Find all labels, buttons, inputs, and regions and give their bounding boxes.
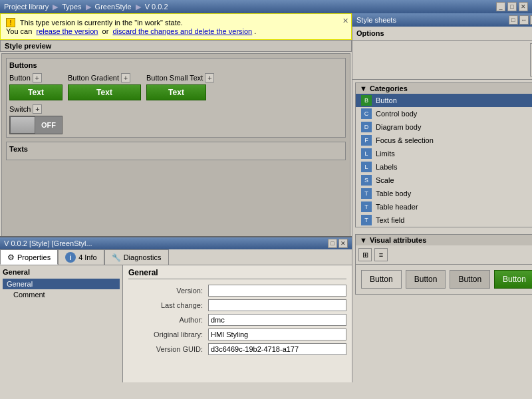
category-focus-selection[interactable]: F Focus & selection [356,134,532,147]
form-header: General [128,268,346,279]
form-row-lastchange: Last change: [128,299,346,311]
discard-version-link[interactable]: discard the changes and delete the versi… [112,27,252,35]
category-limits-icon: L [361,148,372,159]
category-text-field-label: Text field [376,216,404,224]
breadcrumb-version: V 0.0.2 [145,3,168,11]
warning-icon: ! [6,18,15,27]
breadcrumb-project[interactable]: Project library [4,3,49,11]
minimize-button[interactable]: _ [496,2,505,11]
switch-label: Switch [9,105,31,113]
preview-content: Buttons Button + Text Button Gradient [1,53,350,236]
button-group-plain: Button + Text [9,73,63,100]
category-labels-label: Labels [376,163,397,171]
tab-properties[interactable]: ⚙ Properties [0,249,58,265]
tab-info[interactable]: i 4 Info [58,249,104,265]
nav-item-comment[interactable]: Comment [3,289,120,300]
lastchange-input[interactable] [208,299,346,311]
switch-add[interactable]: + [33,104,42,114]
visual-attrs-title: Visual attributes [370,236,426,244]
nav-item-general[interactable]: General [3,279,120,289]
maximize-button[interactable]: □ [507,2,517,11]
category-control-body[interactable]: C Control body [356,107,532,120]
library-label: Original library: [128,331,208,338]
right-float-button[interactable]: ↔ [519,15,529,25]
button-plain-add[interactable]: + [33,73,42,82]
tab-diagnostics[interactable]: 🔧 Diagnostics [104,249,169,265]
button-small-label: Button Small Text [146,74,203,82]
button-gradient-preview[interactable]: Text [68,84,141,100]
category-limits[interactable]: L Limits [356,147,532,160]
categories-section: ▼ Categories B Button C Control body D D… [355,82,532,227]
guid-input[interactable] [208,343,346,355]
release-version-link[interactable]: release the version [36,27,98,35]
buttons-section-label: Buttons [9,61,342,69]
button-preview-4[interactable]: Button [494,270,532,289]
bottom-nav: General General Comment [0,265,123,382]
bottom-close-button[interactable]: ✕ [338,239,348,248]
tab-info-label: 4 Info [78,253,97,261]
info-icon: i [65,252,76,263]
category-text-field-icon: T [361,215,372,225]
switch-preview[interactable]: OFF [9,116,63,134]
version-input[interactable] [208,285,346,297]
breadcrumb: Project library ▶ Types ▶ GreenStyle ▶ V… [4,3,168,11]
style-preview-header: Style preview [0,40,352,52]
list-view-button[interactable]: ≡ [374,248,388,261]
library-input[interactable] [208,329,346,340]
bottom-restore-button[interactable]: □ [328,239,337,248]
category-text-field[interactable]: T Text field [356,213,532,227]
category-scale[interactable]: S Scale [356,174,532,187]
right-title-bar: Style sheets □ ↔ ✕ [352,13,532,27]
category-table-body-label: Table body [376,190,411,198]
category-limits-label: Limits [376,150,395,158]
button-preview-3[interactable]: Button [450,270,490,289]
texts-section: Texts [6,142,346,160]
form-row-author: Author: [128,314,346,326]
warning-period: . [254,27,256,35]
category-control-body-icon: C [361,108,372,119]
button-group-small: Button Small Text + Text [146,73,214,100]
guid-label: Version GUID: [128,345,208,353]
author-input[interactable] [208,314,346,326]
form-row-library: Original library: [128,329,346,340]
button-gradient-label: Button Gradient [68,74,119,82]
button-plain-label: Button [9,74,31,82]
category-labels[interactable]: L Labels [356,160,532,174]
category-focus-label: Focus & selection [376,136,434,144]
category-table-header-label: Table header [376,203,418,211]
button-small-preview[interactable]: Text [146,84,206,100]
category-diagram-body[interactable]: D Diagram body [356,120,532,134]
close-button[interactable]: ✕ [519,2,528,11]
nav-section-label: General [3,268,120,276]
button-previews: Button Button Button Button [356,265,532,294]
category-scale-label: Scale [376,176,394,184]
bottom-title: V 0.0.2 [Style] [GreenStyl... [4,239,92,247]
category-control-body-label: Control body [376,110,417,118]
category-table-body[interactable]: T Table body [356,187,532,200]
button-gradient-add[interactable]: + [121,73,130,82]
author-label: Author: [128,316,208,324]
button-preview-2[interactable]: Button [406,270,446,289]
breadcrumb-greenstyle[interactable]: GreenStyle [95,3,132,11]
category-button-icon: B [361,95,372,106]
properties-icon: ⚙ [7,253,15,262]
switch-group: Switch + OFF [9,104,63,134]
window-controls: _ □ ✕ [496,2,528,11]
buttons-section: Buttons Button + Text Button Gradient [6,58,346,138]
button-plain-preview[interactable]: Text [9,84,63,100]
button-small-add[interactable]: + [205,73,214,82]
right-restore-button[interactable]: □ [509,15,518,25]
breadcrumb-types[interactable]: Types [62,3,81,11]
diagnostics-icon: 🔧 [112,253,121,262]
options-header: Options [352,27,532,41]
button-preview-1[interactable]: Button [361,270,402,289]
category-table-header[interactable]: T Table header [356,200,532,213]
categories-header[interactable]: ▼ Categories [356,83,532,94]
bottom-tabs: ⚙ Properties i 4 Info 🔧 Diagnostics [0,249,352,265]
visual-attrs-header[interactable]: ▼ Visual attributes [356,235,532,245]
right-title-icons: □ ↔ ✕ [509,15,532,25]
grid-view-button[interactable]: ⊞ [358,248,372,261]
lastchange-label: Last change: [128,301,208,309]
category-button[interactable]: B Button [356,94,532,107]
warning-close-button[interactable]: ✕ [342,17,348,25]
